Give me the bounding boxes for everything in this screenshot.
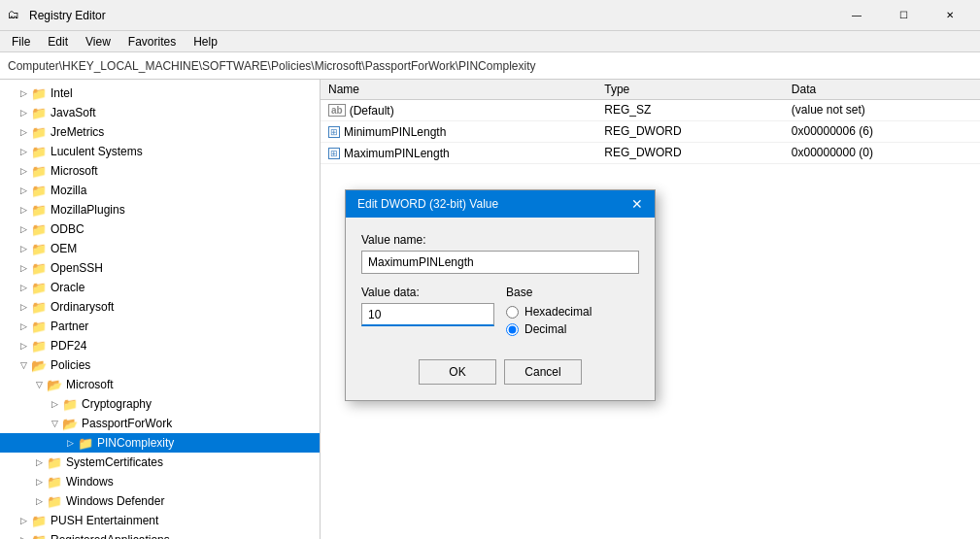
dialog-title: Edit DWORD (32-bit) Value [357, 197, 498, 211]
base-label: Base [506, 286, 639, 299]
ok-button[interactable]: OK [419, 359, 496, 385]
radio-hexadecimal[interactable]: Hexadecimal [506, 305, 639, 319]
decimal-label: Decimal [524, 322, 566, 336]
dialog-row: Value data: Base Hexadecimal Decimal [361, 286, 639, 340]
radio-decimal[interactable]: Decimal [506, 322, 639, 336]
dialog-buttons: OK Cancel [361, 355, 639, 385]
dialog-overlay: Edit DWORD (32-bit) Value ✕ Value name: … [0, 0, 980, 539]
dialog-close-button[interactable]: ✕ [627, 194, 647, 214]
value-data-input[interactable] [361, 303, 494, 326]
hexadecimal-label: Hexadecimal [524, 305, 591, 319]
value-name-label: Value name: [361, 233, 639, 247]
edit-dword-dialog: Edit DWORD (32-bit) Value ✕ Value name: … [345, 189, 656, 401]
decimal-radio[interactable] [506, 323, 519, 336]
hexadecimal-radio[interactable] [506, 306, 519, 319]
base-group: Base Hexadecimal Decimal [506, 286, 639, 340]
value-data-label: Value data: [361, 286, 494, 299]
dialog-left: Value data: [361, 286, 494, 340]
dialog-body: Value name: Value data: Base Hexadecimal… [346, 218, 655, 400]
dialog-titlebar: Edit DWORD (32-bit) Value ✕ [346, 190, 655, 218]
cancel-button[interactable]: Cancel [504, 359, 582, 385]
value-name-input[interactable] [361, 251, 639, 274]
